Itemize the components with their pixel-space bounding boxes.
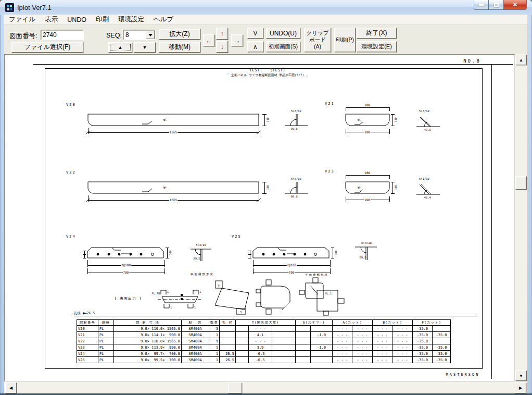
table-header-cell: 数量 — [209, 320, 220, 326]
v21-label: V21 — [325, 102, 335, 106]
menu-undo[interactable]: UNDO — [62, 15, 91, 24]
seq-label: SEQ: — [106, 32, 122, 39]
seq-dropdown-button[interactable] — [146, 31, 155, 39]
menu-file[interactable]: ファイル — [4, 14, 40, 25]
table-cell — [311, 357, 333, 363]
drawing-viewport[interactable]: NO.8 MASTERSON TEST (TEST) 「 全桁パネル ウェブ材縦… — [4, 54, 515, 381]
v22-web-mark: W← — [163, 186, 168, 189]
table-cell: -35.0 — [433, 351, 451, 357]
env-settings-button[interactable]: 環境設定(E) — [357, 41, 397, 52]
horizontal-scroll-thumb[interactable] — [228, 382, 242, 393]
table-cell: -35.0 — [413, 357, 433, 363]
exit-button[interactable]: 終了(X) — [357, 28, 397, 39]
sheet-number: NO.8 — [463, 58, 481, 64]
table-cell — [311, 338, 333, 344]
page-next-button[interactable]: V — [247, 28, 263, 39]
table-cell: - - - — [352, 344, 373, 351]
menu-help[interactable]: ヘルプ — [149, 14, 178, 25]
table-cell: - - - — [373, 357, 392, 363]
restore-icon — [494, 3, 499, 7]
table-cell: - - - — [373, 338, 392, 344]
table-cell: PL — [98, 338, 114, 344]
v22-label: V22 — [66, 170, 76, 175]
vertical-scrollbar[interactable]: ▲ ▼ — [515, 54, 527, 381]
table-cell: 9.0× 99.5× 700.0 — [114, 357, 182, 363]
title-bar[interactable]: Iplot Ver7.1 ✕ — [0, 0, 532, 15]
sheet-signature: MASTERSON — [446, 373, 480, 377]
menu-view[interactable]: 表示 — [40, 14, 62, 25]
parts-list-table: 部材番号鋼種部 材 寸 法材 質数量孔 径T(開先拡大量)S(スキマ-)A(カッ… — [77, 319, 451, 363]
table-cell: SM400A — [182, 351, 209, 357]
menu-print[interactable]: 印刷 — [91, 14, 113, 25]
app-icon — [5, 3, 14, 12]
pan-left-button[interactable]: ← — [203, 34, 215, 46]
table-cell: V24 — [77, 351, 98, 357]
table-cell: - - - — [249, 338, 272, 344]
table-cell: - - - — [373, 351, 392, 357]
seq-down-button[interactable]: ▼ — [134, 42, 156, 53]
minimize-button[interactable] — [474, 0, 489, 10]
close-button[interactable]: ✕ — [503, 0, 527, 10]
print-button[interactable]: 印刷(P) — [334, 28, 356, 52]
v24-pitch-dim: 7@100 — [121, 263, 131, 267]
table-header-cell: B(カット) — [373, 320, 413, 326]
table-cell: SM400A — [182, 326, 209, 332]
table-cell: SM400A — [182, 338, 209, 344]
v25-pitch-dim: 7@100 — [287, 263, 296, 267]
pan-up-button[interactable]: ↑ — [216, 28, 228, 40]
v21-top-dim: 989 — [365, 103, 371, 107]
arrow-right-icon: ▶ — [519, 386, 522, 390]
table-cell — [311, 326, 333, 332]
chevron-down-icon — [148, 34, 153, 36]
table-cell: -35.0 — [413, 326, 433, 332]
vertical-scroll-thumb[interactable] — [515, 176, 527, 190]
table-cell: - - - — [352, 332, 373, 338]
clipboard-button[interactable]: クリップ ボード (A) — [304, 28, 331, 52]
table-cell: PL — [98, 357, 114, 363]
seq-value: 8 — [123, 31, 146, 39]
table-cell: 1 — [209, 344, 220, 351]
scroll-down-button[interactable]: ▼ — [515, 371, 527, 381]
pan-down-button[interactable]: ↓ — [216, 41, 228, 53]
surface-output-label: [ 表面出力 ] — [115, 297, 142, 301]
table-cell — [296, 338, 311, 344]
sketch-flag-top: 9 — [218, 284, 219, 287]
move-button[interactable]: 移動(M) — [159, 42, 200, 53]
table-cell: - - - — [333, 344, 352, 351]
table-cell: 1 — [209, 351, 220, 357]
table-cell: PL — [98, 351, 114, 357]
table-cell: 26.5 — [220, 357, 236, 363]
table-cell: - - - — [392, 332, 413, 338]
pan-right-button[interactable]: → — [231, 34, 243, 46]
seq-up-button[interactable]: ▲ — [108, 42, 132, 53]
zoom-button[interactable]: 拡大(Z) — [159, 29, 200, 40]
drawing-number-input[interactable] — [41, 30, 83, 40]
table-cell: - - - — [373, 326, 392, 332]
table-cell: -35.0 — [413, 351, 433, 357]
arrow-down-icon: ▼ — [519, 374, 523, 378]
scroll-right-button[interactable]: ▶ — [515, 382, 526, 393]
table-cell: V20 — [77, 326, 98, 332]
table-cell: - - - — [392, 338, 413, 344]
file-select-button[interactable]: ファイル選択(F) — [11, 42, 83, 53]
v24-height-dim: 100 — [169, 250, 172, 255]
table-cell: -35.0 — [413, 338, 433, 344]
seq-combobox[interactable]: 8 — [123, 30, 156, 40]
scroll-up-button[interactable]: ▲ — [515, 55, 527, 65]
v20-label: V20 — [66, 103, 76, 107]
table-cell: - - - — [333, 338, 352, 344]
drawing-title-line2: 「 全桁パネル ウェブ材縦断面用材 単品加工図(5/7) 」 — [226, 73, 309, 77]
undo-button[interactable]: UNDO(U) — [266, 28, 300, 39]
v20-section-angle: 90.0 — [290, 127, 297, 130]
table-cell: V21 — [77, 332, 98, 338]
scroll-left-button[interactable]: ◀ — [5, 382, 17, 393]
restore-button[interactable] — [489, 0, 503, 10]
table-header-cell: 材 質 — [182, 320, 209, 326]
sketch-mark-1b: 1 — [199, 290, 201, 293]
page-prev-button[interactable]: ∧ — [247, 41, 263, 52]
table-row: V22PL9.0× 110.0× 1565.0SM400A9- - -- - -… — [77, 338, 451, 344]
hole-diameter-note: 孔径 ●=26.5 — [73, 311, 95, 315]
initial-view-button[interactable]: 初期画面(S) — [266, 41, 300, 52]
menu-settings[interactable]: 環境設定 — [113, 14, 149, 25]
horizontal-scrollbar[interactable]: ◀ ▶ — [4, 382, 527, 394]
